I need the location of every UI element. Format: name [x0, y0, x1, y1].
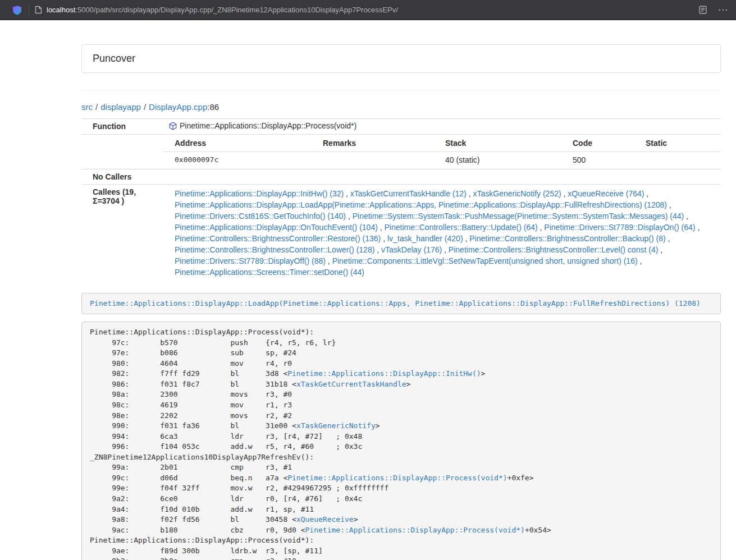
assembly-text: 990: f031 fa36 bl 31e00 <: [90, 421, 296, 430]
callee-link[interactable]: Pinetime::Controllers::BrightnessControl…: [469, 234, 665, 243]
assembly-symbol-link[interactable]: xTaskGenericNotify: [296, 421, 376, 430]
callee-separator: ,: [667, 200, 671, 209]
callee-link[interactable]: Pinetime::Drivers::Cst816S::GetTouchInfo…: [175, 212, 346, 221]
page-actions-menu-icon[interactable]: ⋯: [718, 5, 728, 15]
code-value: 500: [568, 152, 641, 169]
assembly-text: 99c: d06d beq.n a7a <: [90, 474, 287, 482]
url-host: localhost: [47, 6, 75, 14]
assembly-text: >: [376, 421, 380, 430]
address-value: 0x0000097c: [163, 152, 318, 169]
assembly-text: +0x54>: [525, 526, 551, 534]
assembly-text: 9a4: f10d 010b add.w r1, sp, #11: [90, 505, 314, 513]
assembly-symbol-link[interactable]: Pinetime::Applications::DisplayApp::Proc…: [287, 474, 507, 482]
assembly-text: 9a2: 6ce0 ldr r0, [r4, #76] ; 0x4c: [90, 494, 362, 503]
callee-link[interactable]: Pinetime::Controllers::BrightnessControl…: [175, 234, 381, 243]
assembly-symbol-link[interactable]: xTaskGetCurrentTaskHandle: [296, 380, 406, 388]
assembly-text: >: [481, 369, 486, 378]
metrics-value-row: 0x0000097c 40 (static) 500: [163, 152, 721, 169]
callee-separator: ,: [374, 245, 381, 254]
callee-link[interactable]: xQueueReceive (764): [568, 189, 644, 198]
callee-separator: ,: [638, 256, 642, 265]
callee-separator: ,: [658, 245, 662, 254]
assembly-text: >: [406, 380, 411, 388]
highlighted-symbol-box: Pinetime::Applications::DisplayApp::Load…: [81, 293, 721, 314]
callee-link[interactable]: Pinetime::Components::LittleVgl::SetNewT…: [332, 256, 638, 265]
callee-separator: ,: [344, 189, 350, 198]
callee-link[interactable]: Pinetime::Drivers::St7789::DisplayOn() (…: [544, 223, 695, 232]
callee-link[interactable]: Pinetime::System::SystemTask::PushMessag…: [353, 212, 684, 221]
browser-toolbar: localhost:5000/path/src/displayapp/Displ…: [0, 0, 736, 20]
callee-link[interactable]: Pinetime::Controllers::BrightnessControl…: [449, 245, 658, 254]
metrics-header-row: Address Remarks Stack Code Static: [163, 135, 721, 152]
assembly-text: 986: f031 f8c7 bl 31b18 <: [90, 380, 296, 388]
callee-link[interactable]: Pinetime::Applications::DisplayApp::Load…: [175, 200, 667, 209]
breadcrumb-link-file[interactable]: DisplayApp.cpp: [149, 102, 207, 112]
assembly-text: 9ac: b180 cbz r0, 9d0 <: [90, 526, 305, 534]
main-content: Puncover src/displayapp/DisplayApp.cpp:8…: [81, 44, 721, 560]
breadcrumb-link-displayapp[interactable]: displayapp: [100, 102, 141, 112]
assembly-text: 980: 4604 mov r4, r0: [90, 359, 292, 368]
assembly-text: Pinetime::Applications::DisplayApp::Proc…: [90, 328, 314, 336]
callee-separator: ,: [666, 234, 670, 243]
callee-link[interactable]: xTaskGetCurrentTaskHandle (12): [350, 189, 467, 198]
callee-link[interactable]: lv_task_handler (420): [387, 234, 463, 243]
toolbar-divider: [29, 5, 29, 15]
callees-row: Callees (19, Σ=3704 ) Pinetime::Applicat…: [81, 185, 721, 282]
callee-separator: ,: [684, 212, 688, 221]
callee-separator: ,: [467, 189, 473, 198]
col-code: Code: [568, 135, 641, 152]
symbol-table: Function Pinetime::Applications::Display…: [81, 118, 721, 282]
callee-separator: ,: [538, 223, 545, 232]
assembly-symbol-link[interactable]: xQueueReceive: [296, 515, 354, 524]
breadcrumb-separator: /: [95, 102, 98, 112]
divider: [81, 90, 721, 90]
callee-link[interactable]: Pinetime::Applications::DisplayApp::OnTo…: [175, 223, 378, 232]
assembly-text: 99a: 2b01 cmp r3, #1: [90, 463, 292, 471]
toolbar-right-actions: ⋯: [699, 5, 728, 15]
stack-value: 40 (static): [441, 152, 568, 169]
callee-link[interactable]: vTaskDelay (176): [381, 245, 442, 254]
callee-separator: ,: [381, 234, 387, 243]
symbol-metrics-table: Address Remarks Stack Code Static 0x0000…: [163, 135, 721, 169]
callee-link[interactable]: Pinetime::Controllers::Battery::Update()…: [385, 223, 538, 232]
assembly-symbol-link[interactable]: Pinetime::Applications::DisplayApp::Init…: [287, 369, 481, 378]
assembly-text: >: [354, 515, 358, 524]
assembly-text: Pinetime::Applications::DisplayApp::Proc…: [90, 536, 314, 544]
col-stack: Stack: [441, 135, 568, 152]
callees-label: Callees (19, Σ=3704 ): [81, 185, 163, 282]
highlighted-symbol-link[interactable]: Pinetime::Applications::DisplayApp::Load…: [90, 299, 701, 307]
callee-separator: ,: [378, 223, 385, 232]
callee-link[interactable]: xTaskGenericNotify (252): [473, 189, 561, 198]
callee-link[interactable]: Pinetime::Drivers::St7789::DisplayOff() …: [175, 256, 326, 265]
assembly-text: 9ae: f89d 300b ldrb.w r3, [sp, #11]: [90, 547, 323, 555]
url-bar[interactable]: localhost:5000/path/src/displayapp/Displ…: [47, 6, 692, 14]
assembly-text: 97c: b570 push {r4, r5, r6, lr}: [90, 338, 336, 347]
site-identity-page-icon[interactable]: [35, 6, 42, 14]
assembly-text: +0xfe>: [508, 474, 534, 482]
callees-list: Pinetime::Applications::DisplayApp::Init…: [163, 185, 721, 282]
assembly-text: 994: 6ca3 ldr r3, [r4, #72] ; 0x48: [90, 432, 362, 440]
callee-link[interactable]: Pinetime::Applications::DisplayApp::Init…: [175, 189, 344, 198]
assembly-text: 98a: 2300 movs r3, #0: [90, 390, 292, 398]
url-path: :5000/path/src/displayapp/DisplayApp.cpp…: [75, 6, 398, 14]
breadcrumb: src/displayapp/DisplayApp.cpp:86: [81, 102, 721, 113]
function-label: Function: [81, 119, 163, 135]
assembly-text: 98e: 2202 movs r2, #2: [90, 411, 292, 420]
callee-link[interactable]: Pinetime::Controllers::BrightnessControl…: [175, 245, 374, 254]
assembly-code: Pinetime::Applications::DisplayApp::Proc…: [81, 322, 721, 560]
assembly-symbol-link[interactable]: Pinetime::Applications::DisplayApp::Proc…: [305, 526, 525, 534]
col-remarks: Remarks: [318, 135, 441, 152]
callee-separator: ,: [346, 212, 353, 221]
callee-separator: ,: [696, 223, 700, 232]
callee-separator: ,: [561, 189, 568, 198]
tracking-protection-shield-icon[interactable]: [12, 5, 22, 15]
assembly-text: _ZN8Pinetime12Applications10DisplayApp7R…: [90, 453, 314, 461]
reader-mode-icon[interactable]: [699, 6, 707, 14]
callee-link[interactable]: Pinetime::Applications::Screens::Timer::…: [175, 268, 364, 277]
no-callers-label: No Callers: [81, 169, 163, 185]
breadcrumb-link-src[interactable]: src: [81, 102, 93, 112]
static-value: [641, 152, 721, 169]
remarks-value: [318, 152, 441, 169]
breadcrumb-line-number: :86: [207, 102, 219, 112]
breadcrumb-separator: /: [144, 102, 146, 112]
